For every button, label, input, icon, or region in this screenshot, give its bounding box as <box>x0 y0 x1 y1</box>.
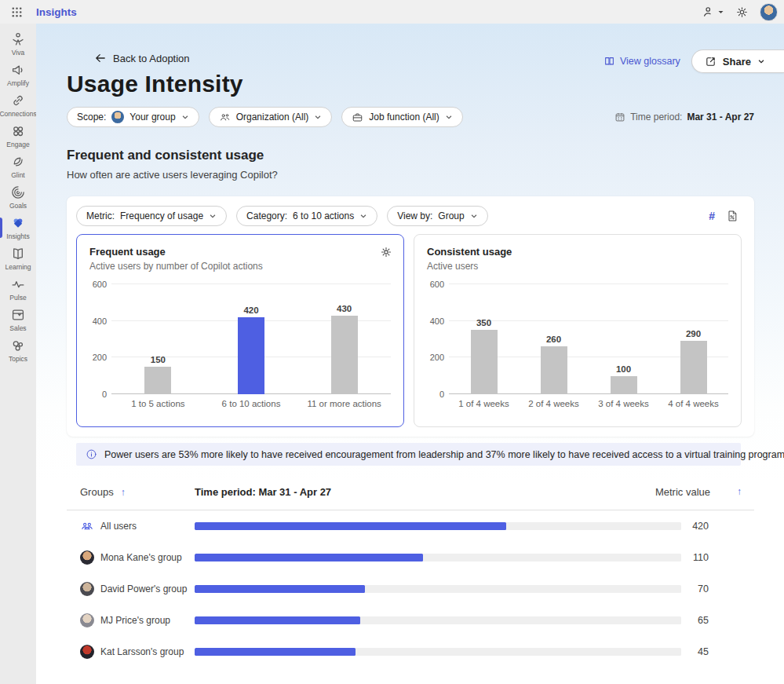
main-area: View glossary Share Back to Adoption Usa… <box>36 24 784 684</box>
book-icon <box>603 56 615 68</box>
bar-chart-plot: 150420430 <box>111 284 391 394</box>
group-name: David Power's group <box>100 583 187 594</box>
percent-view-toggle-icon[interactable] <box>726 210 738 222</box>
bar-value-label: 100 <box>616 364 631 374</box>
x-axis-category-label: 6 to 10 actions <box>205 399 298 408</box>
bar-value-label: 350 <box>476 318 491 327</box>
y-axis-tick: 600 <box>430 280 444 289</box>
y-axis-tick: 400 <box>93 316 107 326</box>
all-users-group-icon <box>80 519 94 533</box>
usage-metrics-card: Metric:Frequency of usageCategory:6 to 1… <box>67 196 754 437</box>
metric-pill-metric[interactable]: Metric:Frequency of usage <box>76 206 227 226</box>
chart-title: Consistent usage <box>427 246 728 258</box>
metric-pill-category[interactable]: Category:6 to 10 actions <box>236 206 377 226</box>
view-glossary-link[interactable]: View glossary <box>603 56 680 68</box>
back-arrow-icon <box>94 52 107 64</box>
table-row-mj-price-s-group[interactable]: MJ Price's group65 <box>67 605 754 636</box>
group-avatar <box>80 550 94 565</box>
groups-table: Groups ↑ Time period: Mar 31 - Apr 27 Me… <box>67 485 754 668</box>
banner-text: Power users are 53% more likely to have … <box>104 449 784 460</box>
scope-filter-row: Scope:Your groupOrganization (All)Job fu… <box>67 107 754 127</box>
metric-bar-track <box>195 522 681 530</box>
sidebar-item-amplify[interactable]: Amplify <box>0 59 36 90</box>
group-avatar <box>80 613 94 627</box>
table-row-mona-kane-s-group[interactable]: Mona Kane's group110 <box>67 542 754 573</box>
sidebar-item-viva[interactable]: Viva <box>0 28 36 59</box>
metric-bar-fill <box>195 585 365 593</box>
people-icon <box>219 112 231 123</box>
frequent-usage-chart-card[interactable]: Frequent usage Active users by number of… <box>76 234 404 427</box>
bar-2-of-4-weeks[interactable] <box>541 346 567 394</box>
insight-banner: Power users are 53% more likely to have … <box>76 443 741 466</box>
bar-3-of-4-weeks[interactable] <box>611 376 637 394</box>
group-name: Kat Larsson's group <box>100 646 184 657</box>
scope-pill-your-group[interactable]: Scope:Your group <box>67 107 199 127</box>
y-axis-tick: 600 <box>93 280 107 289</box>
sidebar-item-topics[interactable]: Topics <box>0 335 36 365</box>
sort-ascending-icon[interactable]: ↑ <box>737 486 742 497</box>
metric-value: 110 <box>681 552 754 563</box>
metric-pill-viewby[interactable]: View by:Group <box>387 206 488 226</box>
share-button[interactable]: Share <box>691 49 784 73</box>
table-row-david-power-s-group[interactable]: David Power's group70 <box>67 573 754 605</box>
sidebar: VivaAmplifyConnectionsEngageGlintGoalsIn… <box>0 24 36 684</box>
sidebar-item-connections[interactable]: Connections <box>0 90 36 120</box>
y-axis-tick: 200 <box>93 353 107 362</box>
section-title: Frequent and consistent usage <box>67 148 754 163</box>
sidebar-item-engage[interactable]: Engage <box>0 120 36 151</box>
group-avatar <box>80 582 94 596</box>
y-axis-tick: 0 <box>439 390 444 399</box>
consistent-usage-chart-card[interactable]: Consistent usage Active users 0200400600… <box>414 234 742 427</box>
metric-bar-fill <box>195 648 356 656</box>
app-launcher-waffle-icon[interactable] <box>5 0 28 24</box>
time-period-control[interactable]: Time period: Mar 31 - Apr 27 <box>614 112 754 123</box>
table-row-all-users[interactable]: All users420 <box>67 510 754 542</box>
settings-gear-icon[interactable] <box>735 5 749 19</box>
metric-value: 70 <box>681 583 754 594</box>
metric-value: 420 <box>681 521 754 532</box>
metric-bar-track <box>195 554 681 561</box>
group-name: MJ Price's group <box>100 615 170 626</box>
bar-6-to-10-actions[interactable] <box>238 317 264 394</box>
bar-value-label: 430 <box>337 304 352 313</box>
bar-1-to-5-actions[interactable] <box>144 367 171 394</box>
table-row-kat-larsson-s-group[interactable]: Kat Larsson's group45 <box>67 636 754 668</box>
metric-bar-track <box>195 585 681 593</box>
user-avatar[interactable] <box>760 3 778 21</box>
bar-4-of-4-weeks[interactable] <box>680 341 707 394</box>
bar-11-or-more-actions[interactable] <box>331 316 358 394</box>
x-axis-category-label: 2 of 4 weeks <box>519 399 589 408</box>
sidebar-item-goals[interactable]: Goals <box>0 181 36 212</box>
x-axis-category-label: 11 or more actions <box>297 399 391 408</box>
group-name: All users <box>100 521 137 532</box>
column-header-groups[interactable]: Groups ↑ <box>80 486 126 498</box>
x-axis-category-label: 1 of 4 weeks <box>449 399 519 408</box>
sidebar-item-learning[interactable]: Learning <box>0 243 36 273</box>
time-period-value: Mar 31 - Apr 27 <box>687 112 754 123</box>
group-avatar <box>80 645 94 659</box>
calendar-icon <box>614 112 625 123</box>
scope-pill-organization-all-[interactable]: Organization (All) <box>209 107 333 127</box>
column-header-metric-value[interactable]: Metric value <box>655 486 710 498</box>
sidebar-item-sales[interactable]: Sales <box>0 304 36 335</box>
sidebar-item-pulse[interactable]: Pulse <box>0 273 36 304</box>
x-axis-category-label: 3 of 4 weeks <box>589 399 658 408</box>
bar-chart-plot: 350260100290 <box>449 284 728 394</box>
scope-pill-job-function-all-[interactable]: Job function (All) <box>341 107 462 127</box>
metric-bar-track <box>195 648 681 656</box>
metric-bar-fill <box>195 522 506 530</box>
connections-icon <box>9 92 27 109</box>
number-view-toggle-icon[interactable]: # <box>709 210 715 222</box>
chart-settings-gear-icon[interactable] <box>380 246 392 262</box>
sidebar-item-glint[interactable]: Glint <box>0 151 36 181</box>
briefcase-icon <box>352 112 363 123</box>
section-subtitle: How often are active users leveraging Co… <box>67 169 754 181</box>
chart-title: Frequent usage <box>89 246 391 258</box>
metric-filter-row: Metric:Frequency of usageCategory:6 to 1… <box>76 206 742 226</box>
bar-1-of-4-weeks[interactable] <box>471 330 498 394</box>
app-title[interactable]: Insights <box>36 6 77 18</box>
presence-person-icon[interactable] <box>702 5 724 19</box>
viva-icon <box>9 31 27 48</box>
glint-icon <box>9 153 27 170</box>
sidebar-item-insights[interactable]: Insights <box>0 212 36 243</box>
